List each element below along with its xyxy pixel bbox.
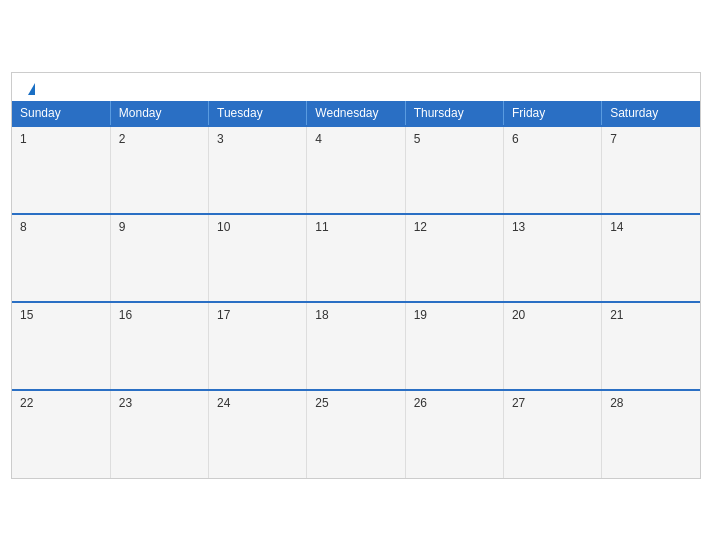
calendar-day-18: 18 [307,302,405,390]
calendar-day-25: 25 [307,390,405,478]
weekday-header-friday: Friday [503,101,601,126]
day-number: 7 [610,132,617,146]
calendar-week-row-4: 22232425262728 [12,390,700,478]
calendar-day-4: 4 [307,126,405,214]
day-number: 14 [610,220,623,234]
day-number: 20 [512,308,525,322]
day-number: 24 [217,396,230,410]
calendar-day-27: 27 [503,390,601,478]
logo-area [26,83,35,95]
day-number: 27 [512,396,525,410]
calendar-week-row-2: 891011121314 [12,214,700,302]
day-number: 28 [610,396,623,410]
day-number: 19 [414,308,427,322]
calendar-day-10: 10 [209,214,307,302]
calendar-week-row-3: 15161718192021 [12,302,700,390]
day-number: 16 [119,308,132,322]
calendar-week-row-1: 1234567 [12,126,700,214]
day-number: 26 [414,396,427,410]
weekday-header-wednesday: Wednesday [307,101,405,126]
calendar-day-19: 19 [405,302,503,390]
day-number: 4 [315,132,322,146]
calendar-day-2: 2 [110,126,208,214]
weekday-header-sunday: Sunday [12,101,110,126]
day-number: 18 [315,308,328,322]
calendar-header [12,73,700,101]
calendar-day-14: 14 [602,214,700,302]
day-number: 6 [512,132,519,146]
day-number: 22 [20,396,33,410]
day-number: 8 [20,220,27,234]
day-number: 5 [414,132,421,146]
calendar-day-22: 22 [12,390,110,478]
calendar-day-6: 6 [503,126,601,214]
calendar-day-8: 8 [12,214,110,302]
logo-general-line [26,83,35,95]
day-number: 1 [20,132,27,146]
calendar-grid: SundayMondayTuesdayWednesdayThursdayFrid… [12,101,700,478]
logo-triangle-icon [28,83,35,95]
day-number: 13 [512,220,525,234]
day-number: 21 [610,308,623,322]
day-number: 15 [20,308,33,322]
calendar-day-23: 23 [110,390,208,478]
calendar-day-28: 28 [602,390,700,478]
day-number: 23 [119,396,132,410]
day-number: 3 [217,132,224,146]
calendar-day-17: 17 [209,302,307,390]
day-number: 25 [315,396,328,410]
day-number: 11 [315,220,328,234]
calendar-day-20: 20 [503,302,601,390]
weekday-header-thursday: Thursday [405,101,503,126]
calendar-container: SundayMondayTuesdayWednesdayThursdayFrid… [11,72,701,479]
weekday-header-tuesday: Tuesday [209,101,307,126]
calendar-day-24: 24 [209,390,307,478]
calendar-day-13: 13 [503,214,601,302]
weekday-header-monday: Monday [110,101,208,126]
calendar-day-16: 16 [110,302,208,390]
day-number: 17 [217,308,230,322]
calendar-day-7: 7 [602,126,700,214]
day-number: 12 [414,220,427,234]
calendar-day-1: 1 [12,126,110,214]
weekday-header-row: SundayMondayTuesdayWednesdayThursdayFrid… [12,101,700,126]
calendar-day-5: 5 [405,126,503,214]
calendar-day-11: 11 [307,214,405,302]
calendar-day-9: 9 [110,214,208,302]
calendar-day-26: 26 [405,390,503,478]
day-number: 9 [119,220,126,234]
weekday-header-saturday: Saturday [602,101,700,126]
calendar-day-12: 12 [405,214,503,302]
calendar-day-15: 15 [12,302,110,390]
day-number: 2 [119,132,126,146]
day-number: 10 [217,220,230,234]
calendar-day-21: 21 [602,302,700,390]
calendar-day-3: 3 [209,126,307,214]
